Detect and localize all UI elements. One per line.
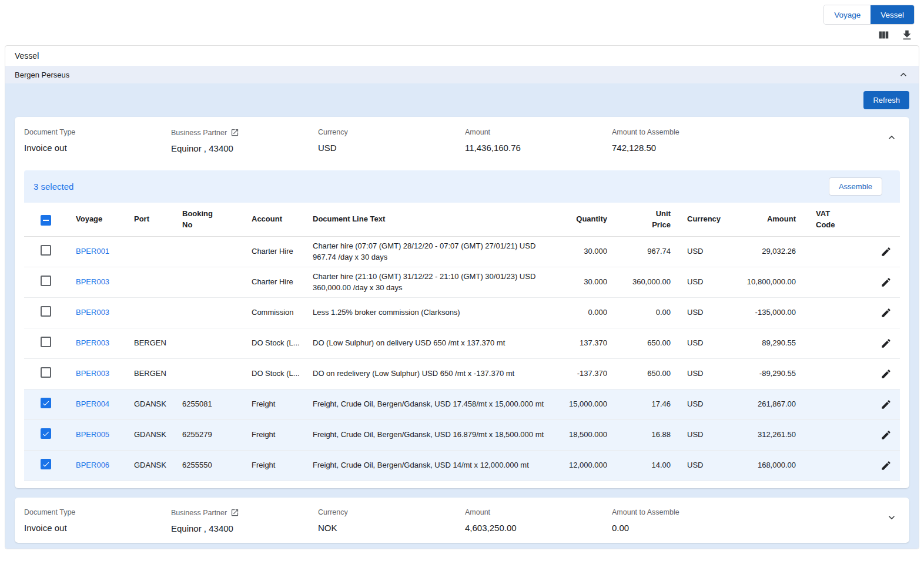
voyage-link[interactable]: BPER003 xyxy=(76,277,109,286)
voyage-link[interactable]: BPER003 xyxy=(76,338,109,347)
cell-amount: 312,261.50 xyxy=(728,429,816,441)
cell-port: GDANSK xyxy=(134,429,182,441)
voyage-link[interactable]: BPER001 xyxy=(76,247,109,256)
cell-port: GDANSK xyxy=(134,460,182,471)
external-link-icon[interactable] xyxy=(230,128,239,137)
cell-quantity: 12,000.000 xyxy=(563,460,614,471)
download-icon[interactable] xyxy=(900,29,913,42)
cell-booking-no: 6255081 xyxy=(182,399,252,410)
field-business-partner: Business Partner Equinor , 43400 xyxy=(171,128,318,153)
assemble-button[interactable]: Assemble xyxy=(829,177,882,196)
cell-account: Charter Hire xyxy=(252,277,313,288)
edit-icon[interactable] xyxy=(881,246,892,257)
chevron-down-icon[interactable] xyxy=(886,512,898,523)
cell-unit-price: 360,000.00 xyxy=(614,277,678,288)
edit-icon[interactable] xyxy=(881,429,892,441)
select-all-checkbox[interactable] xyxy=(41,215,51,226)
cell-quantity: 15,000.000 xyxy=(563,399,614,410)
cell-edit xyxy=(872,246,900,257)
cell-amount: -135,000.00 xyxy=(728,307,816,318)
cell-voyage: BPER003 xyxy=(76,368,134,380)
field-currency: Currency NOK xyxy=(318,508,465,533)
refresh-button[interactable]: Refresh xyxy=(863,91,909,109)
cell-booking-no: 6255279 xyxy=(182,429,252,441)
field-label: Business Partner xyxy=(171,509,227,517)
columns-icon[interactable] xyxy=(877,29,890,42)
field-value: 0.00 xyxy=(612,523,759,533)
row-checkbox[interactable] xyxy=(41,245,51,256)
table-row: BPER003 Commission Less 1.25% broker com… xyxy=(24,298,900,328)
table-actions-row xyxy=(0,25,924,45)
row-checkbox[interactable] xyxy=(41,428,51,439)
selection-toolbar: 3 selected Assemble xyxy=(24,170,900,203)
edit-icon[interactable] xyxy=(881,368,892,380)
top-toolbar: Voyage Vessel xyxy=(0,0,924,25)
edit-icon[interactable] xyxy=(881,307,892,318)
col-currency: Currency xyxy=(678,214,728,225)
cell-voyage: BPER001 xyxy=(76,246,134,257)
row-checkbox[interactable] xyxy=(41,398,51,408)
external-link-icon[interactable] xyxy=(230,508,239,517)
chevron-up-icon[interactable] xyxy=(898,69,909,80)
table-body: BPER001 Charter Hire Charter hire (07:07… xyxy=(24,237,900,481)
voyage-link[interactable]: BPER003 xyxy=(76,308,109,317)
cell-currency: USD xyxy=(678,368,728,380)
cell-quantity: 30.000 xyxy=(563,246,614,257)
field-document-type: Document Type Invoice out xyxy=(24,128,171,153)
field-business-partner: Business Partner Equinor , 43400 xyxy=(171,508,318,533)
cell-voyage: BPER003 xyxy=(76,277,134,288)
edit-icon[interactable] xyxy=(881,399,892,410)
cell-document-line-text: Charter hire (21:10 (GMT) 31/12/22 - 21:… xyxy=(313,271,563,294)
vessel-group-header[interactable]: Bergen Perseus xyxy=(5,66,919,83)
voyage-link[interactable]: BPER006 xyxy=(76,461,109,469)
cell-edit xyxy=(872,368,900,380)
field-document-type: Document Type Invoice out xyxy=(24,508,171,533)
voyage-toggle-button[interactable]: Voyage xyxy=(824,5,871,24)
row-checkbox-cell xyxy=(24,337,76,351)
field-amount: Amount 4,603,250.00 xyxy=(465,508,612,533)
vessel-toggle-button[interactable]: Vessel xyxy=(871,5,914,24)
cell-amount: 168,000.00 xyxy=(728,460,816,471)
cell-quantity: -137.370 xyxy=(563,368,614,380)
voyage-link[interactable]: BPER003 xyxy=(76,369,109,378)
check-icon xyxy=(42,399,50,408)
selection-count: 3 selected xyxy=(34,182,73,192)
field-label: Amount to Assemble xyxy=(612,128,759,136)
cell-account: Freight xyxy=(252,429,313,441)
row-checkbox[interactable] xyxy=(41,276,51,286)
cell-account: Charter Hire xyxy=(252,246,313,257)
cell-port: BERGEN xyxy=(134,338,182,349)
cell-voyage: BPER003 xyxy=(76,307,134,318)
edit-icon[interactable] xyxy=(881,277,892,288)
cell-voyage: BPER004 xyxy=(76,399,134,410)
cell-booking-no: 6255550 xyxy=(182,460,252,471)
edit-icon[interactable] xyxy=(881,460,892,471)
vessel-group-name: Bergen Perseus xyxy=(15,70,69,79)
row-checkbox[interactable] xyxy=(41,337,51,347)
indeterminate-mark xyxy=(43,220,49,221)
cell-quantity: 137.370 xyxy=(563,338,614,349)
cell-currency: USD xyxy=(678,460,728,471)
chevron-up-icon[interactable] xyxy=(886,132,898,143)
cell-account: Freight xyxy=(252,399,313,410)
edit-icon[interactable] xyxy=(881,338,892,349)
row-checkbox[interactable] xyxy=(41,459,51,469)
invoice-nok-header: Document Type Invoice out Business Partn… xyxy=(15,498,909,543)
cell-account: Commission xyxy=(252,307,313,318)
row-checkbox[interactable] xyxy=(41,367,51,378)
cell-edit xyxy=(872,338,900,349)
field-value: Equinor , 43400 xyxy=(171,143,318,153)
table-row: BPER001 Charter Hire Charter hire (07:07… xyxy=(24,237,900,267)
table-row: BPER004 GDANSK 6255081 Freight Freight, … xyxy=(24,389,900,420)
cell-port: BERGEN xyxy=(134,368,182,380)
refresh-row: Refresh xyxy=(15,83,909,117)
col-quantity: Quantity xyxy=(563,214,614,225)
voyage-link[interactable]: BPER004 xyxy=(76,399,109,408)
voyage-link[interactable]: BPER005 xyxy=(76,430,109,439)
check-icon xyxy=(42,460,50,469)
col-amount: Amount xyxy=(728,214,816,225)
field-value: Equinor , 43400 xyxy=(171,523,318,533)
row-checkbox[interactable] xyxy=(41,306,51,317)
cell-document-line-text: DO on redelivery (Low Sulphur) USD 650 /… xyxy=(313,368,563,380)
cell-currency: USD xyxy=(678,399,728,410)
